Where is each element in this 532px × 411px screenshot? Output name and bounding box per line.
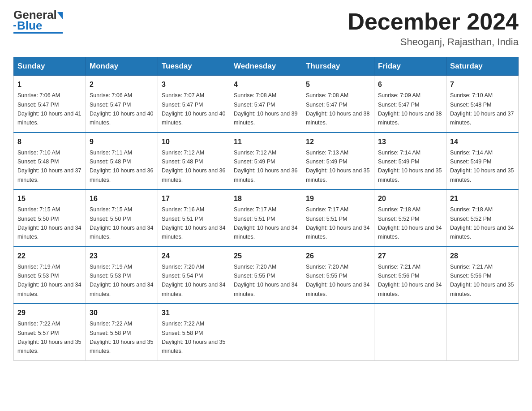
day-info: Sunrise: 7:20 AMSunset: 5:54 PMDaylight:… [162, 264, 225, 297]
day-info: Sunrise: 7:08 AMSunset: 5:47 PMDaylight:… [234, 92, 297, 126]
week-row-2: 8 Sunrise: 7:10 AMSunset: 5:48 PMDayligh… [14, 133, 519, 190]
day-info: Sunrise: 7:22 AMSunset: 5:58 PMDaylight:… [162, 321, 225, 354]
calendar-table: SundayMondayTuesdayWednesdayThursdayFrid… [13, 57, 519, 361]
day-number: 6 [378, 79, 442, 90]
day-number: 5 [306, 79, 370, 90]
calendar-cell: 24 Sunrise: 7:20 AMSunset: 5:54 PMDaylig… [158, 247, 230, 304]
day-info: Sunrise: 7:12 AMSunset: 5:48 PMDaylight:… [162, 150, 225, 183]
day-number: 17 [162, 193, 226, 204]
calendar-cell: 29 Sunrise: 7:22 AMSunset: 5:57 PMDaylig… [14, 304, 86, 360]
day-number: 27 [378, 251, 442, 261]
page-header: General Blue December 2024 Sheoganj, Raj… [13, 9, 519, 48]
day-number: 28 [450, 251, 515, 261]
day-info: Sunrise: 7:18 AMSunset: 5:52 PMDaylight:… [378, 206, 442, 240]
calendar-cell [446, 304, 519, 360]
day-info: Sunrise: 7:21 AMSunset: 5:56 PMDaylight:… [450, 264, 514, 297]
day-info: Sunrise: 7:19 AMSunset: 5:53 PMDaylight:… [17, 264, 81, 297]
day-number: 7 [450, 79, 515, 90]
calendar-cell: 26 Sunrise: 7:20 AMSunset: 5:55 PMDaylig… [302, 247, 374, 304]
day-info: Sunrise: 7:13 AMSunset: 5:49 PMDaylight:… [306, 150, 369, 183]
day-number: 26 [306, 251, 370, 261]
week-row-5: 29 Sunrise: 7:22 AMSunset: 5:57 PMDaylig… [14, 304, 519, 360]
weekday-header-row: SundayMondayTuesdayWednesdayThursdayFrid… [14, 57, 519, 76]
day-number: 14 [450, 137, 515, 147]
day-number: 24 [162, 251, 226, 261]
day-info: Sunrise: 7:09 AMSunset: 5:47 PMDaylight:… [378, 92, 442, 126]
day-number: 1 [17, 79, 82, 90]
day-number: 2 [90, 79, 154, 90]
day-info: Sunrise: 7:15 AMSunset: 5:50 PMDaylight:… [17, 206, 81, 240]
calendar-cell: 19 Sunrise: 7:17 AMSunset: 5:51 PMDaylig… [302, 189, 374, 247]
day-info: Sunrise: 7:17 AMSunset: 5:51 PMDaylight:… [234, 206, 297, 240]
calendar-cell: 1 Sunrise: 7:06 AMSunset: 5:47 PMDayligh… [14, 76, 86, 133]
logo-blue-text: Blue [17, 20, 42, 31]
day-info: Sunrise: 7:06 AMSunset: 5:47 PMDaylight:… [90, 92, 153, 126]
calendar-cell: 3 Sunrise: 7:07 AMSunset: 5:47 PMDayligh… [158, 76, 230, 133]
calendar-cell: 4 Sunrise: 7:08 AMSunset: 5:47 PMDayligh… [230, 76, 302, 133]
day-info: Sunrise: 7:20 AMSunset: 5:55 PMDaylight:… [234, 264, 297, 297]
day-info: Sunrise: 7:21 AMSunset: 5:56 PMDaylight:… [378, 264, 442, 297]
calendar-cell: 10 Sunrise: 7:12 AMSunset: 5:48 PMDaylig… [158, 133, 230, 190]
calendar-cell [374, 304, 446, 360]
calendar-cell: 16 Sunrise: 7:15 AMSunset: 5:50 PMDaylig… [86, 189, 158, 247]
month-title: December 2024 [348, 9, 519, 34]
calendar-cell: 7 Sunrise: 7:10 AMSunset: 5:48 PMDayligh… [446, 76, 519, 133]
day-info: Sunrise: 7:06 AMSunset: 5:47 PMDaylight:… [17, 92, 81, 126]
logo-line [13, 32, 63, 34]
day-info: Sunrise: 7:22 AMSunset: 5:58 PMDaylight:… [90, 321, 153, 354]
day-info: Sunrise: 7:10 AMSunset: 5:48 PMDaylight:… [17, 150, 81, 183]
day-number: 16 [90, 193, 154, 204]
day-number: 3 [162, 79, 226, 90]
weekday-header-wednesday: Wednesday [230, 57, 302, 76]
calendar-cell: 25 Sunrise: 7:20 AMSunset: 5:55 PMDaylig… [230, 247, 302, 304]
day-info: Sunrise: 7:19 AMSunset: 5:53 PMDaylight:… [90, 264, 153, 297]
calendar-cell: 6 Sunrise: 7:09 AMSunset: 5:47 PMDayligh… [374, 76, 446, 133]
calendar-cell: 11 Sunrise: 7:12 AMSunset: 5:49 PMDaylig… [230, 133, 302, 190]
day-number: 30 [90, 308, 154, 318]
week-row-1: 1 Sunrise: 7:06 AMSunset: 5:47 PMDayligh… [14, 76, 519, 133]
day-number: 10 [162, 137, 226, 147]
day-info: Sunrise: 7:22 AMSunset: 5:57 PMDaylight:… [17, 321, 81, 354]
day-info: Sunrise: 7:07 AMSunset: 5:47 PMDaylight:… [162, 92, 225, 126]
calendar-cell: 22 Sunrise: 7:19 AMSunset: 5:53 PMDaylig… [14, 247, 86, 304]
week-row-3: 15 Sunrise: 7:15 AMSunset: 5:50 PMDaylig… [14, 189, 519, 247]
calendar-cell: 15 Sunrise: 7:15 AMSunset: 5:50 PMDaylig… [14, 189, 86, 247]
logo: General Blue [13, 9, 63, 34]
calendar-cell [302, 304, 374, 360]
day-info: Sunrise: 7:14 AMSunset: 5:49 PMDaylight:… [378, 150, 442, 183]
day-number: 22 [17, 251, 82, 261]
day-info: Sunrise: 7:15 AMSunset: 5:50 PMDaylight:… [90, 206, 153, 240]
day-number: 31 [162, 308, 226, 318]
day-info: Sunrise: 7:11 AMSunset: 5:48 PMDaylight:… [90, 150, 153, 183]
day-number: 13 [378, 137, 442, 147]
day-number: 23 [90, 251, 154, 261]
day-number: 18 [234, 193, 298, 204]
weekday-header-saturday: Saturday [446, 57, 519, 76]
calendar-cell: 28 Sunrise: 7:21 AMSunset: 5:56 PMDaylig… [446, 247, 519, 304]
calendar-cell [230, 304, 302, 360]
day-info: Sunrise: 7:10 AMSunset: 5:48 PMDaylight:… [450, 92, 514, 126]
weekday-header-sunday: Sunday [14, 57, 86, 76]
weekday-header-tuesday: Tuesday [158, 57, 230, 76]
day-number: 8 [17, 137, 82, 147]
weekday-header-monday: Monday [86, 57, 158, 76]
day-number: 11 [234, 137, 298, 147]
day-info: Sunrise: 7:18 AMSunset: 5:52 PMDaylight:… [450, 206, 514, 240]
day-number: 21 [450, 193, 515, 204]
day-info: Sunrise: 7:17 AMSunset: 5:51 PMDaylight:… [306, 206, 369, 240]
day-number: 25 [234, 251, 298, 261]
calendar-cell: 27 Sunrise: 7:21 AMSunset: 5:56 PMDaylig… [374, 247, 446, 304]
calendar-cell: 20 Sunrise: 7:18 AMSunset: 5:52 PMDaylig… [374, 189, 446, 247]
calendar-cell: 9 Sunrise: 7:11 AMSunset: 5:48 PMDayligh… [86, 133, 158, 190]
calendar-cell: 2 Sunrise: 7:06 AMSunset: 5:47 PMDayligh… [86, 76, 158, 133]
day-number: 19 [306, 193, 370, 204]
day-number: 15 [17, 193, 82, 204]
calendar-cell: 18 Sunrise: 7:17 AMSunset: 5:51 PMDaylig… [230, 189, 302, 247]
weekday-header-friday: Friday [374, 57, 446, 76]
calendar-cell: 30 Sunrise: 7:22 AMSunset: 5:58 PMDaylig… [86, 304, 158, 360]
day-number: 29 [17, 308, 82, 318]
weekday-header-thursday: Thursday [302, 57, 374, 76]
calendar-cell: 23 Sunrise: 7:19 AMSunset: 5:53 PMDaylig… [86, 247, 158, 304]
day-info: Sunrise: 7:08 AMSunset: 5:47 PMDaylight:… [306, 92, 369, 126]
calendar-cell: 14 Sunrise: 7:14 AMSunset: 5:49 PMDaylig… [446, 133, 519, 190]
